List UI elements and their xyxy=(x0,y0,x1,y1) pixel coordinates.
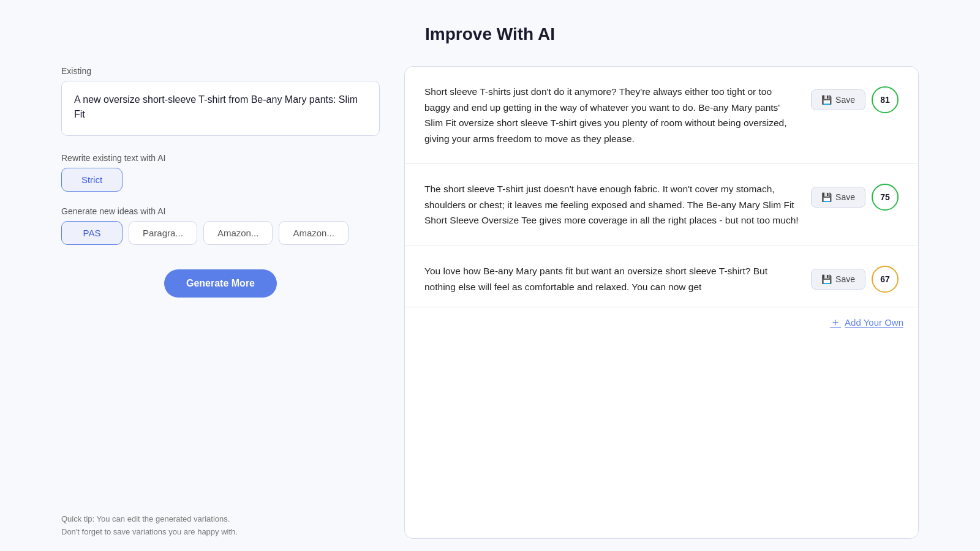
bottom-actions: ＋ Add Your Own xyxy=(405,307,918,337)
generate-options-group: PAS Paragra... Amazon... Amazon... xyxy=(61,221,380,245)
score-circle-2: 75 xyxy=(872,184,899,211)
result-card-2: The short sleeve T-shirt just doesn't ha… xyxy=(405,164,918,246)
score-circle-1: 81 xyxy=(872,86,899,113)
save-icon-1: 💾 xyxy=(821,95,832,105)
quick-tip: Quick tip: You can edit the generated va… xyxy=(61,501,380,539)
result-actions-1: 💾 Save 81 xyxy=(811,86,899,113)
rewrite-label: Rewrite existing text with AI xyxy=(61,153,380,163)
generate-option-amazon1[interactable]: Amazon... xyxy=(203,221,273,245)
save-icon-3: 💾 xyxy=(821,274,832,284)
generate-option-amazon2[interactable]: Amazon... xyxy=(279,221,349,245)
existing-text-input[interactable]: A new oversize short-sleeve T-shirt from… xyxy=(61,81,380,136)
result-text-1[interactable]: Short sleeve T-shirts just don't do it a… xyxy=(424,84,799,146)
rewrite-options-group: Strict xyxy=(61,168,380,192)
save-button-2[interactable]: 💾 Save xyxy=(811,187,865,208)
right-panel: Short sleeve T-shirts just don't do it a… xyxy=(404,66,919,539)
result-actions-3: 💾 Save 67 xyxy=(811,266,899,293)
generate-more-button[interactable]: Generate More xyxy=(164,269,277,298)
save-button-1[interactable]: 💾 Save xyxy=(811,89,865,110)
score-circle-3: 67 xyxy=(872,266,899,293)
save-button-3[interactable]: 💾 Save xyxy=(811,269,865,290)
add-your-own-button[interactable]: ＋ Add Your Own xyxy=(830,315,903,329)
generate-ideas-section: Generate new ideas with AI PAS Paragra..… xyxy=(61,206,380,245)
rewrite-section: Rewrite existing text with AI Strict xyxy=(61,153,380,192)
result-actions-2: 💾 Save 75 xyxy=(811,184,899,211)
rewrite-option-strict[interactable]: Strict xyxy=(61,168,123,192)
existing-label: Existing xyxy=(61,66,380,76)
existing-section: Existing A new oversize short-sleeve T-s… xyxy=(61,66,380,138)
generate-more-wrapper: Generate More xyxy=(61,260,380,298)
result-text-2[interactable]: The short sleeve T-shirt just doesn't ha… xyxy=(424,181,799,228)
left-panel: Existing A new oversize short-sleeve T-s… xyxy=(61,66,380,539)
page-title: Improve With AI xyxy=(425,24,555,44)
add-icon: ＋ xyxy=(830,315,841,329)
result-card-1: Short sleeve T-shirts just don't do it a… xyxy=(405,67,918,164)
generate-option-pas[interactable]: PAS xyxy=(61,221,123,245)
generate-option-paragra[interactable]: Paragra... xyxy=(129,221,197,245)
save-icon-2: 💾 xyxy=(821,192,832,202)
result-text-3[interactable]: You love how Be-any Mary pants fit but w… xyxy=(424,263,799,294)
result-card-3: You love how Be-any Mary pants fit but w… xyxy=(405,246,918,307)
generate-ideas-label: Generate new ideas with AI xyxy=(61,206,380,216)
